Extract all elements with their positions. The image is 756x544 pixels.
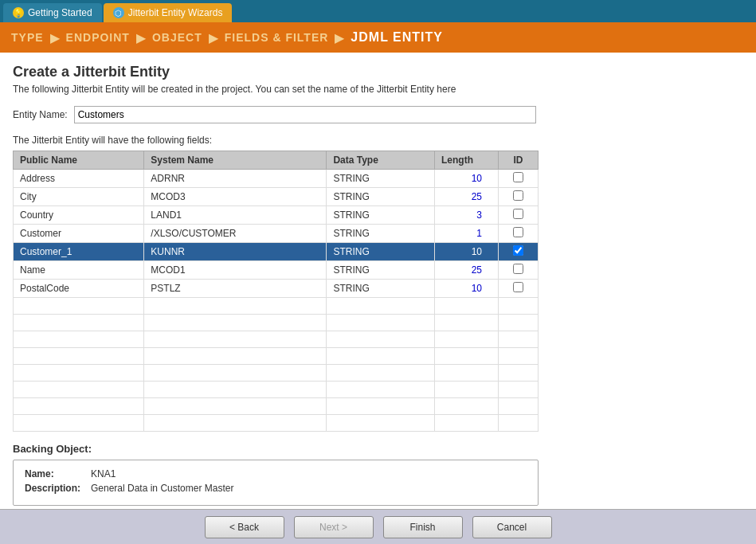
backing-box: Name: KNA1 Description: General Data in …	[13, 460, 539, 506]
table-row[interactable]: Customer_1KUNNRSTRING10	[14, 243, 539, 261]
cell-length: 10	[435, 170, 499, 188]
page-description: The following Jitterbit Entity will be c…	[13, 84, 743, 95]
cell-data-type: STRING	[327, 261, 435, 280]
step-jdml-entity: JDML ENTITY	[346, 30, 448, 45]
id-checkbox[interactable]	[513, 245, 523, 256]
table-row[interactable]: AddressADRNRSTRING10	[14, 170, 539, 188]
page-title: Create a Jitterbit Entity	[13, 64, 743, 80]
backing-description-label: Description:	[25, 483, 84, 494]
table-header-row: Public Name System Name Data Type Length…	[14, 151, 539, 170]
step-object: OBJECT	[147, 31, 207, 44]
cell-data-type: STRING	[327, 225, 435, 243]
col-system-name: System Name	[144, 151, 327, 170]
step-bar: TYPE ▶ ENDPOINT ▶ OBJECT ▶ FIELDS & FILT…	[0, 22, 756, 53]
entity-icon: ⬡	[113, 7, 124, 18]
cell-data-type: STRING	[327, 170, 435, 188]
finish-button[interactable]: Finish	[383, 516, 463, 538]
cell-id[interactable]	[499, 225, 539, 243]
id-checkbox[interactable]	[513, 190, 523, 201]
step-arrow-3: ▶	[207, 30, 220, 45]
backing-description-value: General Data in Customer Master	[91, 483, 233, 494]
cell-data-type: STRING	[327, 188, 435, 206]
cell-data-type: STRING	[327, 206, 435, 225]
backing-name-label: Name:	[25, 468, 84, 479]
table-empty-row	[14, 382, 539, 398]
cell-public-name: Customer_1	[14, 243, 144, 261]
col-id: ID	[499, 151, 539, 170]
table-row[interactable]: CountryLAND1STRING3	[14, 206, 539, 225]
backing-description-row: Description: General Data in Customer Ma…	[25, 483, 527, 494]
table-empty-row	[14, 315, 539, 331]
table-row[interactable]: Customer/XLSO/CUSTOMERSTRING1	[14, 225, 539, 243]
step-arrow-4: ▶	[333, 30, 346, 45]
cell-length: 10	[435, 243, 499, 261]
step-endpoint: ENDPOINT	[61, 31, 135, 44]
cell-public-name: PostalCode	[14, 280, 144, 298]
table-row[interactable]: PostalCodePSTLZSTRING10	[14, 280, 539, 298]
cell-system-name: KUNNR	[144, 243, 327, 261]
cell-length: 10	[435, 280, 499, 298]
id-checkbox[interactable]	[513, 209, 523, 219]
cell-length: 25	[435, 261, 499, 280]
backing-section: Backing Object: Name: KNA1 Description: …	[13, 443, 743, 506]
tab-entity-wizards[interactable]: ⬡ Jitterbit Entity Wizards	[104, 3, 233, 22]
cell-public-name: City	[14, 188, 144, 206]
cell-length: 3	[435, 206, 499, 225]
entity-name-row: Entity Name:	[13, 106, 743, 123]
cell-id[interactable]	[499, 170, 539, 188]
id-checkbox[interactable]	[513, 172, 523, 182]
cell-data-type: STRING	[327, 243, 435, 261]
id-checkbox[interactable]	[513, 264, 523, 274]
entity-name-input[interactable]	[74, 106, 536, 123]
cell-id[interactable]	[499, 243, 539, 261]
table-empty-row	[14, 331, 539, 348]
table-empty-row	[14, 365, 539, 382]
id-checkbox[interactable]	[513, 227, 523, 237]
table-row[interactable]: CityMCOD3STRING25	[14, 188, 539, 206]
next-button[interactable]: Next >	[294, 516, 374, 538]
cell-length: 25	[435, 188, 499, 206]
step-type: TYPE	[6, 31, 49, 44]
tab-getting-started[interactable]: 💡 Getting Started	[3, 3, 102, 22]
backing-title: Backing Object:	[13, 443, 743, 455]
fields-label: The Jitterbit Entity will have the follo…	[13, 135, 743, 146]
cell-system-name: ADRNR	[144, 170, 327, 188]
table-empty-row	[14, 348, 539, 365]
table-row[interactable]: NameMCOD1STRING25	[14, 261, 539, 280]
backing-name-value: KNA1	[91, 468, 116, 479]
col-length: Length	[435, 151, 499, 170]
table-empty-row	[14, 415, 539, 432]
cancel-button[interactable]: Cancel	[472, 516, 552, 538]
cell-length: 1	[435, 225, 499, 243]
step-arrow-1: ▶	[49, 30, 61, 45]
cell-id[interactable]	[499, 261, 539, 280]
fields-table: Public Name System Name Data Type Length…	[13, 151, 539, 432]
cell-id[interactable]	[499, 280, 539, 298]
col-public-name: Public Name	[14, 151, 144, 170]
step-fields-filter: FIELDS & FILTER	[220, 31, 334, 44]
col-data-type: Data Type	[327, 151, 435, 170]
cell-system-name: PSTLZ	[144, 280, 327, 298]
table-empty-row	[14, 298, 539, 315]
tab-bar: 💡 Getting Started ⬡ Jitterbit Entity Wiz…	[0, 0, 756, 22]
cell-id[interactable]	[499, 206, 539, 225]
cell-public-name: Customer	[14, 225, 144, 243]
main-content: Create a Jitterbit Entity The following …	[0, 53, 756, 509]
cell-public-name: Name	[14, 261, 144, 280]
entity-name-label: Entity Name:	[13, 109, 68, 120]
cell-id[interactable]	[499, 188, 539, 206]
cell-data-type: STRING	[327, 280, 435, 298]
cell-system-name: MCOD1	[144, 261, 327, 280]
bulb-icon: 💡	[13, 7, 24, 18]
cell-system-name: /XLSO/CUSTOMER	[144, 225, 327, 243]
cell-public-name: Country	[14, 206, 144, 225]
cell-public-name: Address	[14, 170, 144, 188]
back-button[interactable]: < Back	[205, 516, 284, 538]
cell-system-name: MCOD3	[144, 188, 327, 206]
bottom-bar: < Back Next > Finish Cancel	[0, 509, 756, 544]
cell-system-name: LAND1	[144, 206, 327, 225]
table-empty-row	[14, 398, 539, 415]
step-arrow-2: ▶	[135, 30, 147, 45]
backing-name-row: Name: KNA1	[25, 468, 527, 479]
id-checkbox[interactable]	[513, 282, 523, 292]
